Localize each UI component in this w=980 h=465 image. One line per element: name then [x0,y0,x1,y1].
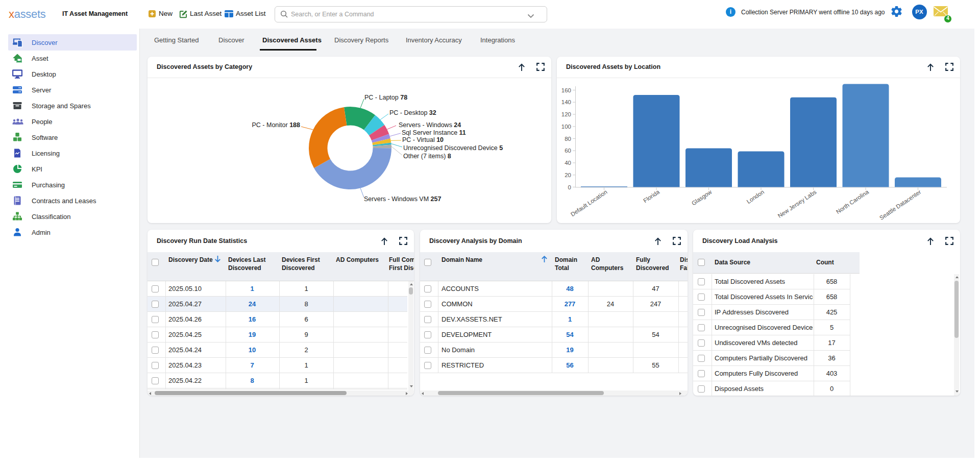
svg-text:0: 0 [568,184,571,190]
svg-text:160: 160 [561,87,571,93]
svg-text:Glasgow: Glasgow [691,188,713,206]
svg-text:20: 20 [565,172,571,178]
svg-text:80: 80 [565,136,571,142]
svg-text:Default Location: Default Location [570,189,608,217]
svg-text:140: 140 [561,99,571,105]
svg-text:New Jersey Labs: New Jersey Labs [777,189,818,219]
svg-text:40: 40 [565,160,571,166]
svg-text:North Carolina: North Carolina [835,188,870,215]
svg-text:Florida: Florida [642,188,660,204]
svg-text:London: London [746,189,766,205]
svg-text:60: 60 [565,148,571,154]
svg-text:120: 120 [561,111,571,117]
svg-text:Seattle Datacenter: Seattle Datacenter [878,189,922,221]
svg-text:100: 100 [561,124,571,130]
